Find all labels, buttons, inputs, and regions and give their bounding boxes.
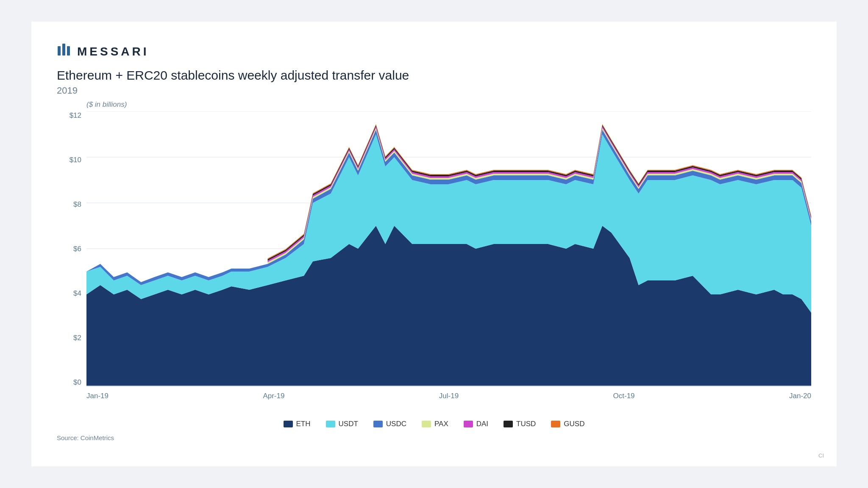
- x-axis: Jan-19 Apr-19 Jul-19 Oct-19 Jan-20: [86, 387, 811, 412]
- y-label-4: $4: [57, 289, 86, 298]
- y-label-12: $12: [57, 111, 86, 120]
- legend-label-gusd: GUSD: [564, 420, 584, 428]
- x-label-apr19: Apr-19: [263, 392, 284, 400]
- legend-label-usdc: USDC: [386, 420, 406, 428]
- chart-card: MESSARI Ethereum + ERC20 stablecoins wee…: [31, 22, 837, 466]
- legend-item-usdt: USDT: [326, 420, 358, 428]
- y-label-10: $10: [57, 156, 86, 164]
- legend-label-usdt: USDT: [339, 420, 358, 428]
- chart-container: $0 $2 $4 $6 $8 $10 $12: [57, 111, 811, 412]
- x-label-jan19: Jan-19: [86, 392, 108, 400]
- y-axis: $0 $2 $4 $6 $8 $10 $12: [57, 111, 86, 387]
- legend-swatch-usdc: [373, 421, 383, 427]
- y-label-8: $8: [57, 200, 86, 209]
- x-label-jul19: Jul-19: [439, 392, 459, 400]
- legend-swatch-gusd: [551, 421, 560, 427]
- x-label-oct19: Oct-19: [613, 392, 635, 400]
- logo-area: MESSARI: [57, 43, 811, 61]
- chart-year: 2019: [57, 85, 811, 96]
- legend-item-gusd: GUSD: [551, 420, 584, 428]
- messari-logo-icon: [57, 43, 73, 61]
- legend-label-tusd: TUSD: [516, 420, 536, 428]
- y-label-0: $0: [57, 378, 86, 387]
- source-text: Source: CoinMetrics: [57, 434, 811, 441]
- legend-item-tusd: TUSD: [504, 420, 536, 428]
- logo-text: MESSARI: [77, 45, 149, 58]
- y-label-2: $2: [57, 334, 86, 342]
- legend-label-pax: PAX: [434, 420, 448, 428]
- legend-swatch-pax: [422, 421, 431, 427]
- legend-swatch-usdt: [326, 421, 335, 427]
- legend-item-eth: ETH: [284, 420, 311, 428]
- chart-svg-area: [86, 111, 811, 387]
- chart-unit: ($ in billions): [86, 100, 811, 109]
- legend-swatch-tusd: [504, 421, 513, 427]
- legend-item-usdc: USDC: [373, 420, 406, 428]
- chart-svg: [86, 111, 811, 387]
- svg-rect-0: [58, 46, 61, 55]
- svg-rect-1: [62, 44, 65, 55]
- chart-legend: ETH USDT USDC PAX DAI TUSD GUSD: [57, 420, 811, 428]
- legend-item-dai: DAI: [464, 420, 488, 428]
- chart-title: Ethereum + ERC20 stablecoins weekly adju…: [57, 68, 811, 83]
- y-label-6: $6: [57, 245, 86, 253]
- legend-swatch-eth: [284, 421, 293, 427]
- legend-swatch-dai: [464, 421, 473, 427]
- watermark-text: CI: [818, 452, 824, 459]
- legend-label-eth: ETH: [296, 420, 311, 428]
- x-label-jan20: Jan-20: [789, 392, 811, 400]
- svg-rect-2: [67, 46, 70, 55]
- legend-item-pax: PAX: [422, 420, 448, 428]
- legend-label-dai: DAI: [476, 420, 488, 428]
